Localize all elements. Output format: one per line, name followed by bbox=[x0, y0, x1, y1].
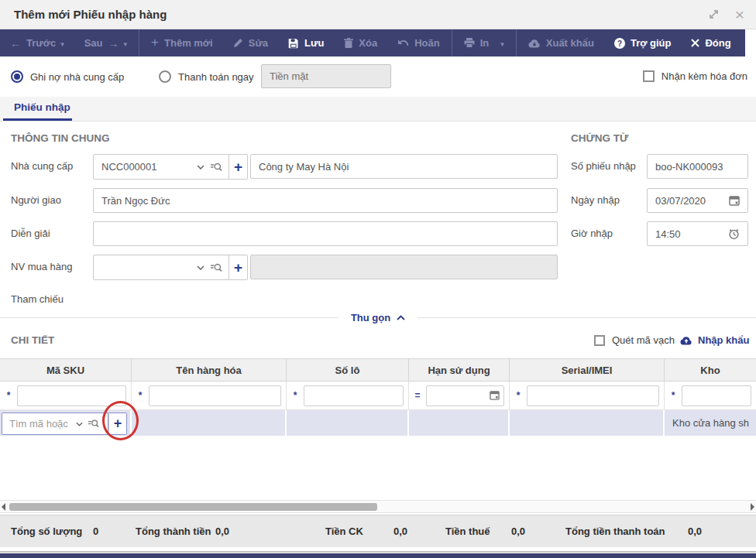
filter-operator-icon[interactable]: * bbox=[132, 390, 149, 401]
clock-icon[interactable] bbox=[728, 228, 740, 240]
grid-filter-row: * * * = bbox=[0, 382, 756, 410]
supplier-label: Nhà cung cấp bbox=[11, 154, 73, 179]
purchaser-label: NV mua hàng bbox=[11, 255, 73, 279]
chevron-up-icon bbox=[397, 315, 405, 320]
lookup-icon[interactable] bbox=[210, 162, 222, 173]
receipt-time-field[interactable]: 14:50 bbox=[647, 221, 748, 246]
undo-button[interactable]: Hoãn bbox=[387, 29, 450, 56]
collapse-link[interactable]: Thu gọn bbox=[338, 312, 418, 324]
warehouse-cell[interactable]: Kho cửa hàng sh bbox=[665, 410, 756, 436]
tax-value: 0,0 bbox=[511, 515, 525, 548]
undo-icon bbox=[397, 39, 409, 48]
horizontal-scrollbar[interactable] bbox=[0, 500, 756, 513]
scroll-right-arrow[interactable] bbox=[751, 503, 754, 511]
purchaser-combo: + bbox=[93, 255, 248, 280]
supplier-name-field[interactable]: Công ty May Hà Nội bbox=[250, 154, 558, 179]
calendar-icon[interactable] bbox=[490, 390, 500, 400]
lookup-icon[interactable] bbox=[88, 419, 99, 429]
column-header-sku[interactable]: Mã SKU bbox=[0, 359, 132, 381]
total-quantity-label: Tổng số lượng bbox=[11, 515, 82, 548]
calendar-icon[interactable] bbox=[729, 195, 740, 206]
receipt-date-field[interactable]: 03/07/2020 bbox=[647, 188, 748, 213]
invoice-checkbox-label: Nhận kèm hóa đơn bbox=[662, 70, 747, 82]
close-icon[interactable]: × bbox=[730, 5, 750, 25]
trash-icon bbox=[344, 38, 353, 48]
chevron-down-icon[interactable] bbox=[197, 265, 204, 270]
bottom-window-edge bbox=[0, 553, 756, 558]
filter-sku-input[interactable] bbox=[17, 385, 126, 406]
receipt-no-field[interactable]: boo-NK000093 bbox=[647, 154, 748, 179]
filter-warehouse-input[interactable] bbox=[682, 385, 751, 406]
print-button[interactable]: In ▾ bbox=[454, 29, 514, 56]
prev-label: Trước bbox=[26, 37, 56, 49]
totals-bar: Tổng số lượng 0 Tổng thành tiền 0,0 Tiền… bbox=[0, 515, 756, 547]
save-button[interactable]: Lưu bbox=[278, 29, 334, 56]
toolbar-separator bbox=[139, 29, 139, 56]
import-link[interactable]: Nhập khẩu bbox=[680, 334, 749, 346]
scrollbar-thumb[interactable] bbox=[9, 503, 377, 511]
filter-operator-icon[interactable]: * bbox=[665, 390, 682, 401]
discount-value: 0,0 bbox=[393, 515, 407, 548]
close-button[interactable]: Đóng bbox=[681, 29, 741, 56]
chevron-down-icon[interactable] bbox=[197, 165, 204, 169]
radio-pay-now[interactable]: Thanh toán ngay bbox=[159, 70, 254, 83]
column-header-warehouse[interactable]: Kho bbox=[665, 359, 756, 381]
bottom-divider bbox=[0, 551, 756, 553]
product-search-input[interactable] bbox=[9, 418, 71, 430]
filter-operator-icon[interactable]: * bbox=[0, 390, 17, 401]
filter-serial-input[interactable] bbox=[527, 385, 659, 406]
supplier-select[interactable]: NCC000001 bbox=[93, 154, 229, 180]
export-label: Xuất khẩu bbox=[546, 37, 594, 49]
add-purchaser-button[interactable]: + bbox=[229, 255, 248, 280]
svg-text:?: ? bbox=[617, 39, 622, 47]
add-new-button[interactable]: + Thêm mới bbox=[141, 29, 223, 56]
filter-lot-input[interactable] bbox=[304, 385, 404, 406]
tab-receipt[interactable]: Phiếu nhập bbox=[14, 101, 70, 113]
description-field[interactable] bbox=[93, 221, 558, 246]
checkbox-unchecked-icon bbox=[643, 70, 655, 82]
delete-button[interactable]: Xóa bbox=[334, 29, 387, 56]
edit-label: Sửa bbox=[249, 37, 268, 49]
help-label: Trợ giúp bbox=[631, 37, 672, 49]
lookup-icon[interactable] bbox=[210, 262, 222, 273]
next-button[interactable]: Sau → ▾ bbox=[74, 29, 137, 56]
grid-header-row: Mã SKU Tên hàng hóa Số lô Hạn sử dụng Se… bbox=[0, 358, 756, 382]
prev-button[interactable]: ← Trước ▾ bbox=[0, 29, 74, 56]
general-section-title: THÔNG TIN CHUNG bbox=[11, 132, 110, 144]
undo-label: Hoãn bbox=[414, 37, 440, 49]
toolbar-separator bbox=[452, 29, 452, 56]
document-section-title: CHỨNG TỪ bbox=[571, 132, 628, 144]
filter-operator-icon[interactable]: * bbox=[510, 390, 527, 401]
column-header-serial[interactable]: Serial/IMEI bbox=[510, 359, 665, 381]
scroll-left-arrow[interactable] bbox=[2, 503, 5, 511]
deliverer-field[interactable]: Trần Ngọc Đức bbox=[93, 188, 558, 213]
purchaser-select[interactable] bbox=[93, 255, 229, 280]
invoice-checkbox[interactable]: Nhận kèm hóa đơn bbox=[643, 70, 747, 82]
filter-product-name-input[interactable] bbox=[149, 385, 281, 406]
tab-strip: Phiếu nhập bbox=[0, 97, 756, 122]
barcode-checkbox[interactable]: Quét mã vạch bbox=[594, 334, 675, 346]
active-tab-indicator bbox=[3, 118, 72, 121]
column-header-expiry[interactable]: Hạn sử dụng bbox=[409, 359, 510, 381]
help-icon: ? bbox=[614, 38, 625, 49]
grid-empty-area bbox=[0, 436, 756, 500]
edit-button[interactable]: Sửa bbox=[223, 29, 278, 56]
divider-line bbox=[0, 317, 338, 318]
add-product-button[interactable]: + bbox=[108, 413, 127, 435]
add-supplier-button[interactable]: + bbox=[229, 154, 248, 180]
export-button[interactable]: Xuất khẩu bbox=[518, 29, 604, 56]
dialog-titlebar: Thêm mới Phiếu nhập hàng × bbox=[0, 0, 756, 29]
product-search-combo: + bbox=[2, 413, 127, 435]
discount-label: Tiền CK bbox=[325, 515, 363, 548]
column-header-product-name[interactable]: Tên hàng hóa bbox=[132, 359, 287, 381]
expand-icon[interactable] bbox=[703, 5, 723, 25]
radio-debit-supplier[interactable]: Ghi nợ nhà cung cấp bbox=[11, 70, 124, 83]
help-button[interactable]: ? Trợ giúp bbox=[604, 29, 682, 56]
filter-operator-icon[interactable]: = bbox=[409, 390, 426, 401]
plus-icon: + bbox=[151, 35, 159, 50]
description-label: Diễn giải bbox=[11, 221, 50, 246]
chevron-down-icon[interactable] bbox=[76, 422, 83, 426]
filter-operator-icon[interactable]: * bbox=[287, 390, 304, 401]
column-header-lot[interactable]: Số lô bbox=[287, 359, 409, 381]
chevron-down-icon: ▾ bbox=[124, 40, 128, 48]
